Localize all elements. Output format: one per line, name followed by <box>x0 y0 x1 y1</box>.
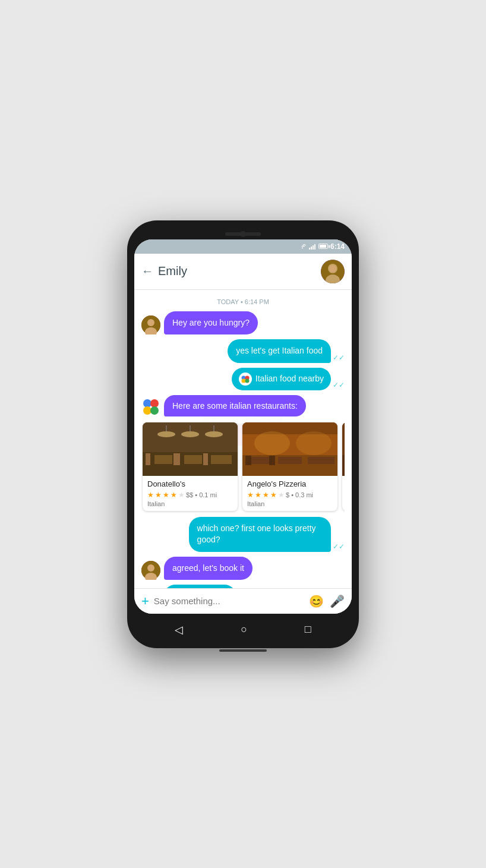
battery-icon <box>318 244 328 249</box>
svg-rect-3 <box>314 244 315 250</box>
svg-point-7 <box>329 265 336 272</box>
phone-camera <box>240 231 246 237</box>
message-row-1: Hey are you hungry? <box>141 311 345 335</box>
star-3: ★ <box>163 491 169 499</box>
svg-rect-40 <box>278 457 302 464</box>
home-bar <box>219 649 267 652</box>
status-icons: 6:14 <box>298 242 345 251</box>
svg-rect-43 <box>269 456 275 465</box>
assistant-logo-icon <box>239 373 252 386</box>
check-mark-2: ✓✓ <box>333 353 345 362</box>
nav-bar: ◁ ○ □ <box>134 614 352 646</box>
restaurant-info-2: Angelo's Pizzeria ★ ★ ★ ★ ★ $ • 0.3 mi I… <box>242 476 337 511</box>
svg-point-19 <box>150 406 159 415</box>
restaurant-stars-2: ★ ★ ★ ★ ★ $ • 0.3 mi <box>247 491 333 499</box>
message-bubble-1: Hey are you hungry? <box>164 311 258 335</box>
svg-point-53 <box>147 564 154 572</box>
ai-avatar <box>141 396 160 415</box>
add-attachment-button[interactable]: + <box>141 594 149 609</box>
message-row-2: yes let's get Italian food ✓✓ <box>141 339 345 363</box>
phone-device: 6:14 ← Emily 👻 TODAY • 6:14 PM <box>127 220 359 648</box>
svg-point-15 <box>245 378 249 383</box>
star-5: ★ <box>278 491 285 499</box>
app-header: ← Emily <box>134 254 352 290</box>
contact-name: Emily <box>158 264 321 278</box>
phone-screen: 6:14 ← Emily 👻 TODAY • 6:14 PM <box>134 239 352 614</box>
message-bubble-7: Donatello's <box>164 585 236 588</box>
sender-avatar-1 <box>141 315 160 334</box>
signal-icon <box>309 244 316 250</box>
message-row-6: agreed, let's book it <box>141 557 345 580</box>
restaurant-price-dist-1: $$ • 0.1 mi <box>186 491 217 498</box>
svg-point-16 <box>143 399 152 408</box>
input-area: + 😊 🎤 <box>134 588 352 614</box>
restaurant-price-dist-2: $ • 0.3 mi <box>286 491 313 498</box>
message-row-4: Here are some italian restaurants: <box>141 395 345 416</box>
message-input[interactable] <box>154 596 304 606</box>
mic-button[interactable]: 🎤 <box>330 594 345 608</box>
star-4: ★ <box>270 491 277 499</box>
svg-rect-35 <box>143 422 238 476</box>
star-5: ★ <box>178 491 185 499</box>
message-row-5: which one? first one looks pretty good? … <box>141 517 345 552</box>
star-2: ★ <box>255 491 261 499</box>
wifi-icon <box>298 244 307 250</box>
star-1: ★ <box>147 491 154 499</box>
restaurant-image-1 <box>143 422 238 476</box>
star-4: ★ <box>171 491 177 499</box>
message-row-3: Italian food nearby ✓✓ <box>141 368 345 390</box>
svg-point-14 <box>241 378 245 383</box>
restaurant-scene-svg-1 <box>143 422 238 476</box>
svg-rect-2 <box>313 245 314 250</box>
restaurant-type-1: Italian <box>147 500 233 507</box>
contact-avatar[interactable] <box>321 260 345 283</box>
svg-point-46 <box>296 431 332 455</box>
svg-rect-42 <box>245 456 251 465</box>
back-button[interactable]: ← <box>141 264 153 278</box>
star-2: ★ <box>155 491 162 499</box>
message-row-7: Donatello's <box>141 585 345 588</box>
emoji-button[interactable]: 😊 <box>309 594 324 608</box>
restaurant-card-1[interactable]: Donatello's ★ ★ ★ ★ ★ $$ • 0.1 mi Italia… <box>143 422 238 511</box>
svg-rect-44 <box>242 422 337 434</box>
status-time: 6:14 <box>330 242 345 251</box>
restaurant-card-2[interactable]: Angelo's Pizzeria ★ ★ ★ ★ ★ $ • 0.3 mi I… <box>242 422 337 511</box>
google-dots-icon <box>141 396 160 415</box>
nav-home-button[interactable]: ○ <box>237 620 251 639</box>
restaurant-info-3: Paolo's Piz... ★ ★ ★ ★ Italian <box>342 476 345 511</box>
avatar-svg-small-6 <box>141 561 160 580</box>
message-bubble-6: agreed, let's book it <box>164 557 253 580</box>
restaurant-name-2: Angelo's Pizzeria <box>247 479 333 488</box>
phone-top-bar <box>134 228 352 239</box>
message-text-3: Italian food nearby <box>255 373 324 385</box>
restaurant-info-1: Donatello's ★ ★ ★ ★ ★ $$ • 0.1 mi Italia… <box>143 476 238 511</box>
message-bubble-3: Italian food nearby <box>232 368 331 390</box>
avatar-svg <box>321 260 345 283</box>
nav-recent-button[interactable]: □ <box>301 620 315 639</box>
restaurant-card-3[interactable]: Paolo's Piz... ★ ★ ★ ★ Italian <box>342 422 345 511</box>
svg-point-9 <box>147 319 154 326</box>
message-text-4: Here are some italian restaurants: <box>172 401 298 411</box>
svg-rect-0 <box>309 248 310 250</box>
svg-rect-39 <box>248 457 272 464</box>
restaurant-stars-1: ★ ★ ★ ★ ★ $$ • 0.1 mi <box>147 491 233 499</box>
sender-avatar-6 <box>141 561 160 580</box>
message-text-6: agreed, let's book it <box>172 563 244 573</box>
svg-rect-49 <box>342 422 345 476</box>
nav-back-button[interactable]: ◁ <box>171 620 187 640</box>
restaurant-cards: Donatello's ★ ★ ★ ★ ★ $$ • 0.1 mi Italia… <box>141 420 345 513</box>
status-bar: 6:14 <box>134 239 352 254</box>
restaurant-cards-scroll[interactable]: Donatello's ★ ★ ★ ★ ★ $$ • 0.1 mi Italia… <box>141 420 345 513</box>
star-3: ★ <box>263 491 269 499</box>
message-bubble-2: yes let's get Italian food <box>228 339 331 363</box>
chat-area: 👻 TODAY • 6:14 PM Hey are you hungry? <box>134 290 352 588</box>
phone-bottom-bar <box>134 646 352 654</box>
restaurant-image-3 <box>342 422 345 476</box>
svg-point-11 <box>239 373 252 386</box>
message-text-5: which one? first one looks pretty good? <box>197 523 316 545</box>
svg-rect-1 <box>311 247 312 250</box>
message-text-2: yes let's get Italian food <box>236 346 323 355</box>
svg-rect-41 <box>308 457 334 464</box>
restaurant-scene-svg-2 <box>242 422 337 476</box>
message-text-1: Hey are you hungry? <box>172 318 250 327</box>
